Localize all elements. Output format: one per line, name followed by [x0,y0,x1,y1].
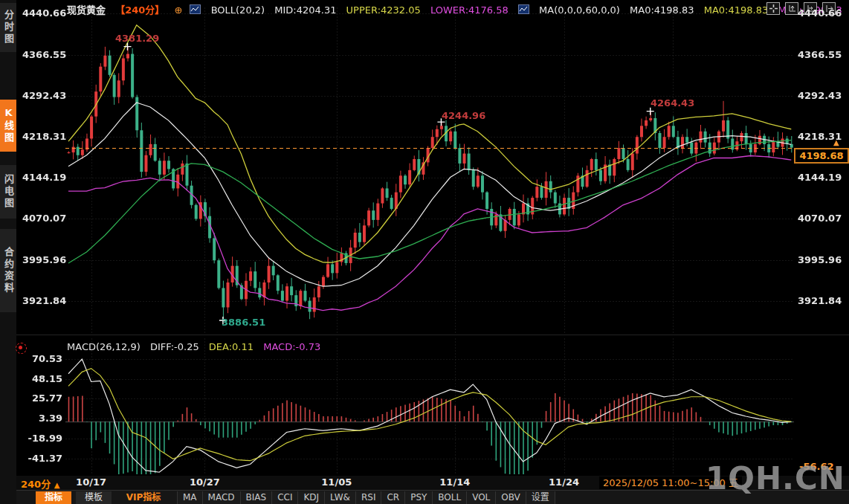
y-axis-label: 4070.07 [22,213,62,224]
y-axis-label: 4070.07 [798,213,842,224]
toolbar-item-template[interactable]: 模板 [76,491,112,504]
y-axis-label: 3921.84 [798,296,842,306]
boll-mid-value: MID:4204.31 [274,4,336,16]
toolbar-item-ma[interactable]: MA [177,491,202,504]
macd-title: MACD(26,12,9) [67,341,141,352]
x-axis-date-label: 10/27 [190,476,220,488]
axis-up-arrow-icon [788,4,796,13]
toolbar-item-vol[interactable]: VOL [466,491,495,504]
period-selector[interactable]: 240分 ▲ [21,476,59,491]
sidebar-item-time-chart[interactable]: 分时图 [0,3,16,52]
toolbar-item-cci[interactable]: CCI [271,491,297,504]
toolbar-item-kdj[interactable]: KDJ [297,491,324,504]
alarm-indicator-icon[interactable] [16,343,27,354]
toolbar-item-boll[interactable]: BOLL [432,491,466,504]
toolbar-item-indicator[interactable]: 指标 [36,491,71,504]
kline-app-window: 分时图 K线图 闪电图 合约资料 现货黄金 【240分】 ⊕ BOLL(20,2… [0,0,849,504]
toolbar-item-psy[interactable]: PSY [404,491,432,504]
scale-up-button[interactable] [785,2,798,15]
boll-lower-value: LOWER:4176.58 [430,4,509,16]
boll-label: BOLL(20,2) [211,4,265,16]
y-axis-label: 70.53 [22,354,62,364]
circle-plus-icon[interactable]: ⊕ [174,4,182,16]
crosshair-icon [769,4,778,13]
y-axis-label: -41.37 [22,453,62,464]
y-axis-label: 25.77 [22,393,62,404]
period-selector-label: 240分 [21,479,51,490]
y-axis-label: 3995.96 [798,255,842,265]
sidebar: 分时图 K线图 闪电图 合约资料 [0,0,16,504]
pane-separator [16,335,849,335]
high-annotation-4244: 4244.96 [442,110,485,121]
y-axis-label: 4366.55 [22,50,62,60]
y-axis-label: 3995.96 [22,255,62,265]
x-axis-date-label: 11/05 [321,476,352,488]
y-axis-label: -18.99 [22,433,62,444]
macd-dea-value: DEA:0.11 [209,341,254,352]
kline-chart-canvas[interactable] [0,0,849,504]
y-axis-label: 4292.43 [798,91,842,101]
high-annotation-4381: 4381.29 [115,33,159,44]
symbol-name: 现货黄金 [67,4,106,16]
ma-indicator-icon[interactable] [518,4,529,14]
sidebar-item-kline-chart[interactable]: K线图 [0,100,16,152]
chart-header: 现货黄金 【240分】 ⊕ BOLL(20,2) MID:4204.31 UPP… [67,2,849,14]
sidebar-item-contract-info[interactable]: 合约资料 [0,229,16,312]
crosshair-button[interactable] [766,2,780,15]
y-axis-label: 3.39 [22,413,62,424]
macd-macd-value: MACD:-0.73 [263,341,320,352]
macd-diff-value: DIFF:-0.25 [150,341,199,352]
boll-upper-value: UPPER:4232.05 [346,4,421,16]
ma0-white-value: MA0:4198.83 [630,4,694,16]
watermark: 1QH.CN [706,464,845,494]
toolbar-item-obv[interactable]: OBV [495,491,526,504]
ma0-yellow-value: MA0:4198.83 [704,4,769,16]
y-axis-label: 4440.66 [22,8,62,19]
toolbar-item-lw[interactable]: LW& [324,491,355,504]
x-axis-date-label: 10/17 [76,476,106,488]
y-axis-label: 4292.43 [22,91,62,101]
toolbar-item-cr[interactable]: CR [381,491,404,504]
macd-header: MACD(26,12,9) DIFF:-0.25 DEA:0.11 MACD:-… [67,341,327,352]
toolbar-item-bias[interactable]: BIAS [240,491,272,504]
y-axis-label: 4440.66 [798,8,842,19]
last-price-box: 4198.68 [794,148,849,164]
toolbar-item-macd[interactable]: MACD [202,491,240,504]
y-axis-label: 4144.19 [22,172,62,183]
chevron-up-icon: ▲ [54,481,60,489]
price-up-arrow-marker: ▲ [833,138,839,146]
toolbar-item-settings[interactable]: 设置 [526,491,555,504]
period-tag: 【240分】 [115,4,164,16]
y-axis-label: 4366.55 [798,50,842,60]
y-axis-label: 48.15 [22,374,62,384]
x-axis-date-label: 11/24 [549,476,579,488]
high-annotation-4264: 4264.43 [651,97,694,109]
toolbar-item-vip-indicator[interactable]: VIP指标 [116,491,171,504]
y-axis-label: 3921.84 [22,296,62,306]
low-annotation-3886: 3886.51 [222,317,265,328]
x-axis-date-label: 11/14 [439,476,470,488]
y-axis-label: 4218.31 [22,132,62,142]
boll-indicator-icon[interactable] [190,4,201,14]
y-axis-label: 4144.19 [798,172,842,183]
toolbar-item-rsi[interactable]: RSI [355,491,381,504]
ma-label: MA(0,0,0,60,0,0) [539,4,620,16]
sidebar-item-lightning-chart[interactable]: 闪电图 [0,165,16,219]
